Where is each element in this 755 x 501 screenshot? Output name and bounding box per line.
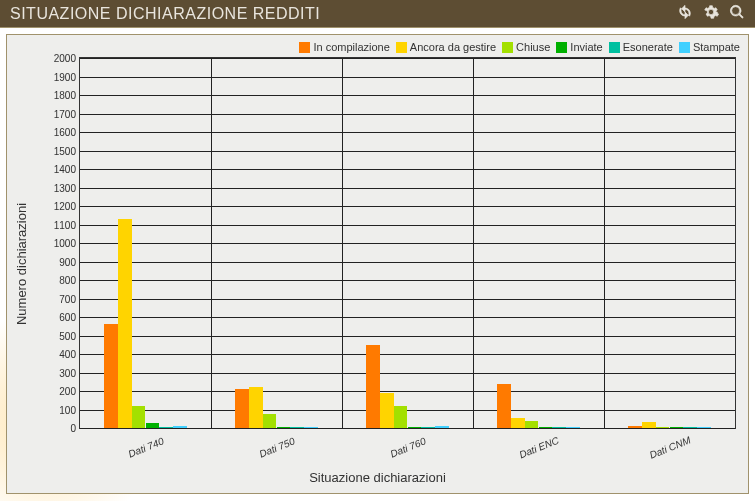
chart-container: In compilazioneAncora da gestireChiuseIn… <box>6 34 749 494</box>
y-tick-label: 1900 <box>54 71 80 82</box>
chart-bar[interactable] <box>366 345 380 428</box>
gridline-horizontal <box>80 188 735 189</box>
chart-bar[interactable] <box>566 427 580 428</box>
chart-bar[interactable] <box>304 427 318 428</box>
gridline-horizontal <box>80 95 735 96</box>
panel: SITUAZIONE DICHIARAZIONE REDDITI In comp… <box>0 0 755 494</box>
y-axis-label: Numero dichiarazioni <box>14 203 29 325</box>
y-tick-label: 1100 <box>54 219 80 230</box>
gridline-horizontal <box>80 317 735 318</box>
legend-label: Inviate <box>570 41 602 53</box>
gridline-horizontal <box>80 58 735 59</box>
gridline-horizontal <box>80 151 735 152</box>
panel-title: SITUAZIONE DICHIARAZIONE REDDITI <box>10 5 677 23</box>
chart-bar[interactable] <box>394 406 408 428</box>
y-tick-label: 1000 <box>54 238 80 249</box>
legend-label: Stampate <box>693 41 740 53</box>
gridline-horizontal <box>80 114 735 115</box>
y-tick-label: 1200 <box>54 201 80 212</box>
legend-swatch <box>396 42 407 53</box>
chart-bar[interactable] <box>552 427 566 428</box>
legend-swatch <box>556 42 567 53</box>
legend-swatch <box>299 42 310 53</box>
chart-bar[interactable] <box>249 387 263 428</box>
y-tick-label: 0 <box>70 423 80 434</box>
gridline-vertical <box>473 58 474 428</box>
x-tick-label: Dati CNM <box>647 434 691 460</box>
y-tick-label: 1800 <box>54 90 80 101</box>
chart-bar[interactable] <box>670 427 684 428</box>
legend-label: Ancora da gestire <box>410 41 496 53</box>
gridline-horizontal <box>80 354 735 355</box>
gridline-vertical <box>342 58 343 428</box>
y-tick-label: 1300 <box>54 182 80 193</box>
chart-bar[interactable] <box>511 418 525 428</box>
chart-plot-area: 0100200300400500600700800900100011001200… <box>79 57 736 429</box>
legend-item[interactable]: Stampate <box>679 41 740 53</box>
chart-bar[interactable] <box>628 426 642 428</box>
y-tick-label: 1400 <box>54 164 80 175</box>
chart-bar[interactable] <box>146 423 160 428</box>
chart-bar[interactable] <box>159 427 173 428</box>
y-tick-label: 800 <box>59 275 80 286</box>
gridline-horizontal <box>80 132 735 133</box>
chart-bar[interactable] <box>235 389 249 428</box>
gridline-horizontal <box>80 280 735 281</box>
gridline-horizontal <box>80 206 735 207</box>
y-tick-label: 900 <box>59 256 80 267</box>
x-tick-label: Dati 740 <box>126 435 165 459</box>
chart-bar[interactable] <box>683 427 697 428</box>
y-tick-label: 600 <box>59 312 80 323</box>
legend-item[interactable]: Esonerate <box>609 41 673 53</box>
chart-bar[interactable] <box>104 324 118 428</box>
chart-bar[interactable] <box>118 219 132 428</box>
legend-label: Chiuse <box>516 41 550 53</box>
chart-bar[interactable] <box>656 427 670 428</box>
gridline-vertical <box>604 58 605 428</box>
x-tick-label: Dati 760 <box>388 435 427 459</box>
search-icon[interactable] <box>729 4 745 24</box>
refresh-icon[interactable] <box>677 4 693 24</box>
legend-swatch <box>609 42 620 53</box>
legend-item[interactable]: Ancora da gestire <box>396 41 496 53</box>
chart-bar[interactable] <box>380 393 394 428</box>
legend-swatch <box>679 42 690 53</box>
y-tick-label: 1600 <box>54 127 80 138</box>
legend-item[interactable]: Inviate <box>556 41 602 53</box>
y-tick-label: 700 <box>59 293 80 304</box>
chart-bar[interactable] <box>697 427 711 428</box>
y-tick-label: 100 <box>59 404 80 415</box>
gridline-horizontal <box>80 169 735 170</box>
chart-bar[interactable] <box>132 406 146 428</box>
chart-bar[interactable] <box>277 427 291 428</box>
chart-bar[interactable] <box>263 414 277 428</box>
chart-bar[interactable] <box>421 427 435 428</box>
gridline-horizontal <box>80 225 735 226</box>
chart-bar[interactable] <box>290 427 304 428</box>
chart-bar[interactable] <box>497 384 511 428</box>
legend-swatch <box>502 42 513 53</box>
gridline-horizontal <box>80 336 735 337</box>
chart-bar[interactable] <box>435 426 449 428</box>
gridline-horizontal <box>80 428 735 429</box>
legend-label: Esonerate <box>623 41 673 53</box>
chart-bar[interactable] <box>408 427 422 428</box>
gear-icon[interactable] <box>703 4 719 24</box>
y-tick-label: 2000 <box>54 53 80 64</box>
chart-legend: In compilazioneAncora da gestireChiuseIn… <box>299 41 740 53</box>
chart-bar[interactable] <box>173 426 187 428</box>
y-tick-label: 200 <box>59 386 80 397</box>
legend-label: In compilazione <box>313 41 389 53</box>
gridline-horizontal <box>80 243 735 244</box>
y-tick-label: 1500 <box>54 145 80 156</box>
x-axis-label: Situazione dichiarazioni <box>309 470 446 485</box>
legend-item[interactable]: In compilazione <box>299 41 389 53</box>
chart-bar[interactable] <box>539 427 553 428</box>
chart-bar[interactable] <box>525 421 539 428</box>
legend-item[interactable]: Chiuse <box>502 41 550 53</box>
x-tick-label: Dati ENC <box>517 435 560 461</box>
chart-bar[interactable] <box>642 422 656 428</box>
gridline-horizontal <box>80 391 735 392</box>
y-tick-label: 1700 <box>54 108 80 119</box>
header-toolbar <box>677 4 745 24</box>
